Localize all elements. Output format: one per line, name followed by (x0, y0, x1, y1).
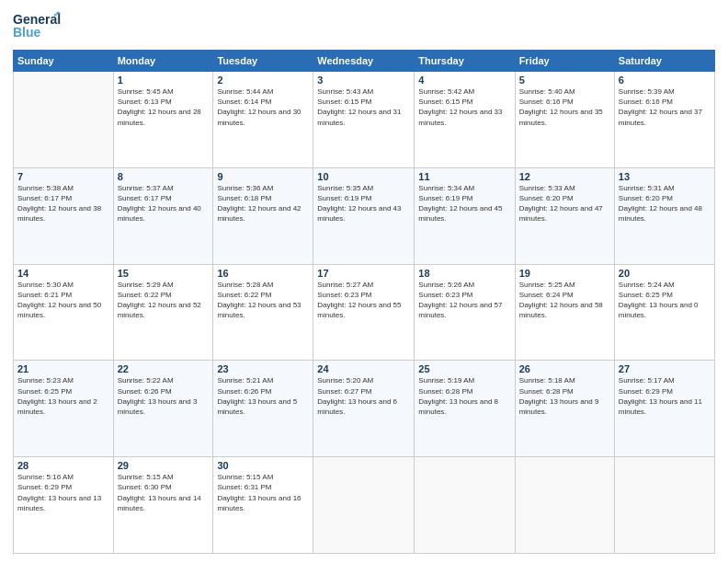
calendar-cell (515, 457, 614, 554)
calendar-week-row: 1Sunrise: 5:45 AMSunset: 6:13 PMDaylight… (14, 72, 715, 168)
day-number: 16 (217, 268, 309, 279)
header: General Blue (13, 9, 715, 44)
weekday-header: Friday (515, 51, 614, 72)
calendar-cell: 5Sunrise: 5:40 AMSunset: 6:16 PMDaylight… (515, 72, 614, 168)
weekday-header: Sunday (14, 51, 114, 72)
calendar-cell: 16Sunrise: 5:28 AMSunset: 6:22 PMDayligh… (213, 264, 313, 361)
day-info: Sunrise: 5:29 AMSunset: 6:22 PMDaylight:… (118, 280, 210, 321)
day-number: 30 (217, 460, 309, 471)
calendar-table: SundayMondayTuesdayWednesdayThursdayFrid… (13, 50, 715, 554)
calendar-cell: 1Sunrise: 5:45 AMSunset: 6:13 PMDaylight… (113, 72, 213, 168)
weekday-header: Monday (113, 51, 213, 72)
calendar-cell (614, 457, 714, 554)
day-number: 17 (317, 268, 410, 279)
day-info: Sunrise: 5:44 AMSunset: 6:14 PMDaylight:… (217, 86, 309, 128)
day-info: Sunrise: 5:22 AMSunset: 6:26 PMDaylight:… (118, 375, 210, 417)
calendar-cell: 13Sunrise: 5:31 AMSunset: 6:20 PMDayligh… (614, 167, 714, 264)
day-info: Sunrise: 5:19 AMSunset: 6:28 PMDaylight:… (418, 375, 510, 417)
day-info: Sunrise: 5:36 AMSunset: 6:18 PMDaylight:… (217, 183, 309, 224)
calendar-cell (14, 72, 114, 168)
calendar-cell: 24Sunrise: 5:20 AMSunset: 6:27 PMDayligh… (313, 361, 415, 457)
day-info: Sunrise: 5:15 AMSunset: 6:31 PMDaylight:… (217, 472, 309, 513)
day-number: 28 (17, 460, 109, 471)
calendar-cell: 23Sunrise: 5:21 AMSunset: 6:26 PMDayligh… (213, 361, 313, 457)
day-info: Sunrise: 5:25 AMSunset: 6:24 PMDaylight:… (519, 280, 610, 321)
calendar-cell: 19Sunrise: 5:25 AMSunset: 6:24 PMDayligh… (515, 264, 614, 361)
day-number: 20 (619, 268, 711, 279)
svg-text:Blue: Blue (13, 25, 41, 40)
day-number: 18 (418, 268, 510, 279)
calendar-cell: 6Sunrise: 5:39 AMSunset: 6:16 PMDaylight… (614, 72, 714, 168)
calendar-cell: 4Sunrise: 5:42 AMSunset: 6:15 PMDaylight… (415, 72, 515, 168)
day-number: 15 (118, 268, 210, 279)
day-info: Sunrise: 5:37 AMSunset: 6:17 PMDaylight:… (118, 183, 210, 224)
weekday-header: Tuesday (213, 51, 313, 72)
day-info: Sunrise: 5:42 AMSunset: 6:15 PMDaylight:… (418, 86, 510, 128)
day-number: 26 (519, 363, 610, 374)
calendar-cell (415, 457, 515, 554)
calendar-cell: 11Sunrise: 5:34 AMSunset: 6:19 PMDayligh… (415, 167, 515, 264)
calendar-cell: 28Sunrise: 5:16 AMSunset: 6:29 PMDayligh… (14, 457, 114, 554)
logo: General Blue (13, 9, 61, 44)
calendar-cell: 30Sunrise: 5:15 AMSunset: 6:31 PMDayligh… (213, 457, 313, 554)
day-info: Sunrise: 5:21 AMSunset: 6:26 PMDaylight:… (217, 375, 309, 417)
day-number: 10 (317, 171, 410, 182)
day-info: Sunrise: 5:28 AMSunset: 6:22 PMDaylight:… (217, 280, 309, 321)
day-number: 27 (619, 363, 711, 374)
day-number: 6 (619, 75, 711, 86)
day-number: 25 (418, 363, 510, 374)
day-info: Sunrise: 5:15 AMSunset: 6:30 PMDaylight:… (118, 472, 210, 513)
calendar-cell: 9Sunrise: 5:36 AMSunset: 6:18 PMDaylight… (213, 167, 313, 264)
calendar-cell (313, 457, 415, 554)
weekday-header: Thursday (415, 51, 515, 72)
calendar-week-row: 7Sunrise: 5:38 AMSunset: 6:17 PMDaylight… (14, 167, 715, 264)
calendar-cell: 21Sunrise: 5:23 AMSunset: 6:25 PMDayligh… (14, 361, 114, 457)
day-number: 23 (217, 363, 309, 374)
day-info: Sunrise: 5:16 AMSunset: 6:29 PMDaylight:… (17, 472, 109, 513)
calendar-week-row: 14Sunrise: 5:30 AMSunset: 6:21 PMDayligh… (14, 264, 715, 361)
day-info: Sunrise: 5:45 AMSunset: 6:13 PMDaylight:… (118, 86, 210, 128)
day-info: Sunrise: 5:34 AMSunset: 6:19 PMDaylight:… (418, 183, 510, 224)
day-number: 3 (317, 75, 410, 86)
day-info: Sunrise: 5:30 AMSunset: 6:21 PMDaylight:… (17, 280, 109, 321)
weekday-header: Saturday (614, 51, 714, 72)
calendar-cell: 3Sunrise: 5:43 AMSunset: 6:15 PMDaylight… (313, 72, 415, 168)
weekday-header-row: SundayMondayTuesdayWednesdayThursdayFrid… (14, 51, 715, 72)
calendar-week-row: 21Sunrise: 5:23 AMSunset: 6:25 PMDayligh… (14, 361, 715, 457)
day-number: 22 (118, 363, 210, 374)
day-info: Sunrise: 5:20 AMSunset: 6:27 PMDaylight:… (317, 375, 410, 417)
calendar-cell: 26Sunrise: 5:18 AMSunset: 6:28 PMDayligh… (515, 361, 614, 457)
day-number: 29 (118, 460, 210, 471)
day-info: Sunrise: 5:18 AMSunset: 6:28 PMDaylight:… (519, 375, 610, 417)
calendar-cell: 17Sunrise: 5:27 AMSunset: 6:23 PMDayligh… (313, 264, 415, 361)
calendar-cell: 20Sunrise: 5:24 AMSunset: 6:25 PMDayligh… (614, 264, 714, 361)
day-info: Sunrise: 5:23 AMSunset: 6:25 PMDaylight:… (17, 375, 109, 417)
calendar-cell: 29Sunrise: 5:15 AMSunset: 6:30 PMDayligh… (113, 457, 213, 554)
calendar-cell: 18Sunrise: 5:26 AMSunset: 6:23 PMDayligh… (415, 264, 515, 361)
page: General Blue SundayMondayTuesdayWednesda… (0, 0, 728, 563)
day-info: Sunrise: 5:35 AMSunset: 6:19 PMDaylight:… (317, 183, 410, 224)
day-info: Sunrise: 5:38 AMSunset: 6:17 PMDaylight:… (17, 183, 109, 224)
day-number: 8 (118, 171, 210, 182)
calendar-cell: 8Sunrise: 5:37 AMSunset: 6:17 PMDaylight… (113, 167, 213, 264)
day-info: Sunrise: 5:26 AMSunset: 6:23 PMDaylight:… (418, 280, 510, 321)
calendar-cell: 14Sunrise: 5:30 AMSunset: 6:21 PMDayligh… (14, 264, 114, 361)
day-info: Sunrise: 5:33 AMSunset: 6:20 PMDaylight:… (519, 183, 610, 224)
weekday-header: Wednesday (313, 51, 415, 72)
day-number: 1 (118, 75, 210, 86)
calendar-cell: 27Sunrise: 5:17 AMSunset: 6:29 PMDayligh… (614, 361, 714, 457)
calendar-cell: 25Sunrise: 5:19 AMSunset: 6:28 PMDayligh… (415, 361, 515, 457)
calendar-cell: 22Sunrise: 5:22 AMSunset: 6:26 PMDayligh… (113, 361, 213, 457)
day-number: 11 (418, 171, 510, 182)
calendar-cell: 12Sunrise: 5:33 AMSunset: 6:20 PMDayligh… (515, 167, 614, 264)
calendar-week-row: 28Sunrise: 5:16 AMSunset: 6:29 PMDayligh… (14, 457, 715, 554)
day-number: 2 (217, 75, 309, 86)
calendar-cell: 10Sunrise: 5:35 AMSunset: 6:19 PMDayligh… (313, 167, 415, 264)
day-info: Sunrise: 5:24 AMSunset: 6:25 PMDaylight:… (619, 280, 711, 321)
day-info: Sunrise: 5:39 AMSunset: 6:16 PMDaylight:… (619, 86, 711, 128)
day-number: 4 (418, 75, 510, 86)
day-number: 19 (519, 268, 610, 279)
day-number: 21 (17, 363, 109, 374)
calendar-cell: 15Sunrise: 5:29 AMSunset: 6:22 PMDayligh… (113, 264, 213, 361)
day-number: 9 (217, 171, 309, 182)
